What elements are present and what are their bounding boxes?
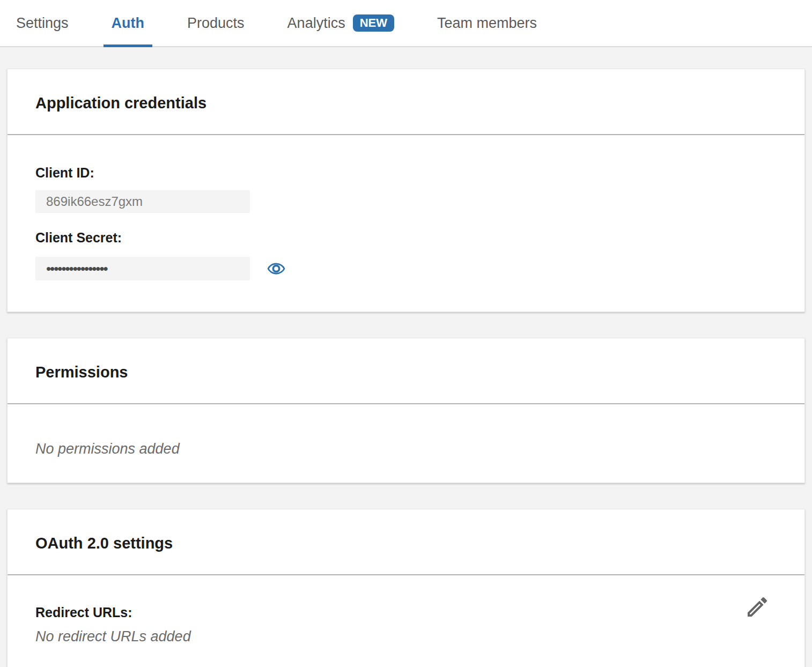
eye-icon bbox=[267, 260, 285, 278]
permissions-card: Permissions No permissions added bbox=[7, 338, 805, 483]
application-credentials-card: Application credentials Client ID: Clien… bbox=[7, 69, 805, 312]
permissions-header: Permissions bbox=[8, 338, 804, 403]
permissions-title: Permissions bbox=[35, 364, 777, 381]
pencil-icon bbox=[744, 594, 770, 620]
client-secret-field[interactable] bbox=[35, 257, 250, 280]
tab-products[interactable]: Products bbox=[187, 0, 245, 46]
new-badge: NEW bbox=[353, 14, 394, 32]
tab-auth-label: Auth bbox=[112, 15, 144, 32]
application-credentials-title: Application credentials bbox=[35, 94, 777, 112]
reveal-secret-button[interactable] bbox=[267, 260, 285, 278]
tab-team-members[interactable]: Team members bbox=[437, 0, 537, 46]
oauth-settings-header: OAuth 2.0 settings bbox=[8, 509, 804, 574]
tab-analytics-label: Analytics bbox=[287, 15, 345, 32]
permissions-body: No permissions added bbox=[8, 404, 804, 483]
client-id-label: Client ID: bbox=[35, 165, 777, 180]
tab-bar: Settings Auth Products Analytics NEW Tea… bbox=[0, 0, 812, 47]
application-credentials-body: Client ID: Client Secret: bbox=[8, 135, 804, 312]
oauth-settings-title: OAuth 2.0 settings bbox=[35, 535, 777, 552]
tab-team-members-label: Team members bbox=[437, 15, 537, 32]
tab-settings-label: Settings bbox=[16, 15, 69, 32]
tab-analytics[interactable]: Analytics NEW bbox=[287, 0, 394, 46]
client-id-field[interactable] bbox=[35, 190, 250, 213]
tab-auth[interactable]: Auth bbox=[112, 0, 144, 46]
redirect-urls-label: Redirect URLs: bbox=[35, 605, 777, 620]
permissions-empty-text: No permissions added bbox=[35, 441, 777, 457]
oauth-settings-body: Redirect URLs: No redirect URLs added bbox=[8, 575, 804, 667]
oauth-settings-card: OAuth 2.0 settings Redirect URLs: No red… bbox=[7, 509, 805, 667]
edit-redirect-urls-button[interactable] bbox=[744, 594, 770, 620]
client-secret-row bbox=[35, 257, 777, 280]
application-credentials-header: Application credentials bbox=[8, 69, 804, 134]
client-secret-label: Client Secret: bbox=[35, 230, 777, 245]
redirect-urls-empty-text: No redirect URLs added bbox=[35, 628, 777, 644]
tab-settings[interactable]: Settings bbox=[16, 0, 69, 46]
tab-products-label: Products bbox=[187, 15, 245, 32]
